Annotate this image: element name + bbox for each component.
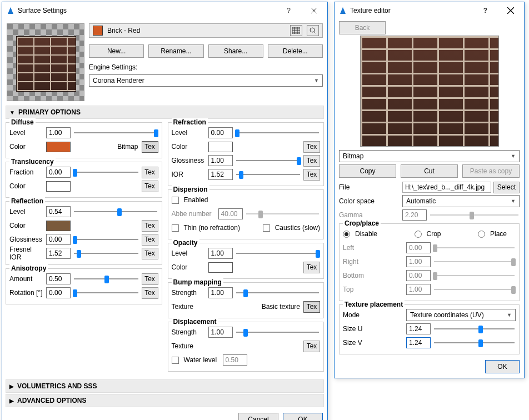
disp-tex-button[interactable]: Tex [303, 341, 320, 352]
reflection-ior-tex-button[interactable]: Tex [142, 248, 158, 259]
translucency-fraction-tex-button[interactable]: Tex [142, 167, 158, 178]
anisotropy-amount-tex-button[interactable]: Tex [142, 273, 158, 285]
texture-type-select[interactable]: Bitmap▼ [339, 150, 520, 162]
water-level-checkbox[interactable] [172, 357, 179, 364]
close-button[interactable] [301, 3, 326, 18]
copy-button[interactable]: Copy [339, 164, 396, 178]
gamma-label: Gamma [339, 211, 400, 219]
reflection-color-tex-button[interactable]: Tex [142, 220, 158, 232]
reflection-level-slider[interactable] [73, 206, 158, 217]
dispersion-enabled-checkbox[interactable] [172, 197, 179, 204]
anisotropy-rotation-label: Rotation [°] [9, 289, 44, 297]
back-button[interactable]: Back [339, 21, 386, 34]
refraction-level-input[interactable] [208, 127, 233, 138]
section-primary[interactable]: ▼ PRIMARY OPTIONS [6, 106, 324, 119]
refraction-ior-tex-button[interactable]: Tex [303, 169, 320, 181]
engine-value: Corona Renderer [93, 77, 144, 84]
ok-button[interactable]: OK [283, 413, 323, 420]
translucency-fraction-input[interactable] [46, 167, 71, 178]
refraction-color-tex-button[interactable]: Tex [303, 141, 320, 153]
diffuse-bitmap-label: Bitmap [73, 143, 138, 151]
reflection-color-swatch[interactable] [46, 221, 71, 231]
file-select-button[interactable]: Select [493, 182, 520, 193]
close-icon [507, 7, 514, 14]
bump-strength-slider[interactable] [235, 287, 321, 298]
section-advanced[interactable]: ▶ ADVANCED OPTIONS [6, 394, 324, 407]
opacity-level-slider[interactable] [235, 248, 321, 259]
thin-checkbox[interactable] [172, 224, 179, 232]
disp-strength-slider[interactable] [235, 327, 321, 338]
refraction-gloss-slider[interactable] [235, 155, 302, 166]
disp-strength-input[interactable] [208, 327, 233, 338]
engine-select[interactable]: Corona Renderer ▼ [89, 74, 323, 87]
new-button[interactable]: New... [89, 44, 144, 58]
section-volumetrics[interactable]: ▶ VOLUMETRICS AND SSS [6, 379, 324, 393]
reflection-gloss-input[interactable] [46, 234, 71, 245]
cancel-button[interactable]: Cancel [238, 413, 278, 420]
crop-disable-radio[interactable] [343, 231, 350, 238]
translucency-legend: Translucency [9, 158, 56, 166]
translucency-color-swatch[interactable] [46, 181, 71, 192]
refraction-gloss-input[interactable] [208, 155, 233, 166]
sizev-slider[interactable] [433, 337, 516, 348]
opacity-color-swatch[interactable] [208, 262, 233, 273]
sizev-input[interactable] [406, 337, 431, 348]
reflection-gloss-tex-button[interactable]: Tex [142, 234, 158, 246]
rename-button[interactable]: Rename... [148, 44, 203, 58]
reflection-group: Reflection Level ColorTex GlossinessTex … [6, 201, 162, 265]
crop-place-radio[interactable] [478, 231, 485, 238]
bump-tex-button[interactable]: Tex [303, 301, 320, 313]
texeditor-titlebar: Texture editor ? [335, 2, 524, 19]
sizeu-input[interactable] [406, 323, 431, 334]
refraction-level-slider[interactable] [235, 127, 321, 138]
chevron-right-icon: ▶ [9, 383, 14, 389]
colorspace-select[interactable]: Automatic▼ [402, 195, 520, 207]
texeditor-ok-button[interactable]: OK [485, 360, 520, 373]
opacity-color-tex-button[interactable]: Tex [303, 262, 320, 273]
cut-button[interactable]: Cut [401, 164, 458, 178]
refraction-gloss-tex-button[interactable]: Tex [303, 155, 320, 167]
crop-top-label: Top [343, 286, 404, 293]
bump-strength-input[interactable] [208, 287, 233, 298]
reflection-gloss-slider[interactable] [73, 234, 139, 245]
opacity-color-label: Color [172, 263, 206, 271]
diffuse-color-swatch[interactable] [46, 142, 71, 152]
help-button[interactable]: ? [276, 3, 301, 18]
material-browse-icon[interactable] [307, 25, 319, 36]
opacity-level-input[interactable] [208, 248, 233, 259]
reflection-gloss-label: Glossiness [9, 236, 44, 243]
reflection-ior-slider[interactable] [73, 248, 139, 259]
sizeu-slider[interactable] [433, 323, 516, 334]
svg-line-10 [314, 32, 316, 33]
surface-titlebar: Surface Settings ? [2, 2, 327, 19]
translucency-fraction-slider[interactable] [73, 167, 139, 178]
refraction-ior-slider[interactable] [235, 169, 302, 180]
close-button[interactable] [498, 3, 523, 18]
reflection-level-input[interactable] [46, 206, 71, 217]
caustics-checkbox[interactable] [263, 224, 270, 232]
refraction-color-swatch[interactable] [208, 142, 233, 152]
diffuse-level-input[interactable] [46, 127, 71, 138]
material-hatch-icon[interactable] [290, 25, 302, 36]
refraction-ior-input[interactable] [208, 169, 233, 180]
svg-point-9 [310, 28, 315, 32]
delete-button[interactable]: Delete... [268, 44, 323, 58]
share-button[interactable]: Share... [208, 44, 263, 58]
displacement-legend: Displacement [172, 318, 218, 326]
translucency-color-tex-button[interactable]: Tex [142, 181, 158, 192]
placement-mode-select[interactable]: Texture coordinates (UV)▼ [406, 309, 516, 321]
reflection-ior-input[interactable] [46, 248, 71, 259]
diffuse-level-slider[interactable] [73, 127, 158, 138]
dispersion-enabled-label: Enabled [184, 196, 208, 204]
diffuse-level-label: Level [9, 129, 44, 137]
anisotropy-rotation-tex-button[interactable]: Tex [142, 287, 158, 299]
anisotropy-rotation-input[interactable] [46, 287, 71, 298]
anisotropy-rotation-slider[interactable] [73, 287, 139, 298]
anisotropy-amount-slider[interactable] [73, 273, 139, 284]
material-swatch[interactable] [93, 26, 103, 36]
anisotropy-amount-input[interactable] [46, 273, 71, 284]
diffuse-tex-button[interactable]: Tex [142, 141, 158, 153]
crop-crop-radio[interactable] [415, 231, 422, 238]
bump-texture-label: Texture [172, 303, 206, 311]
help-button[interactable]: ? [473, 3, 498, 18]
